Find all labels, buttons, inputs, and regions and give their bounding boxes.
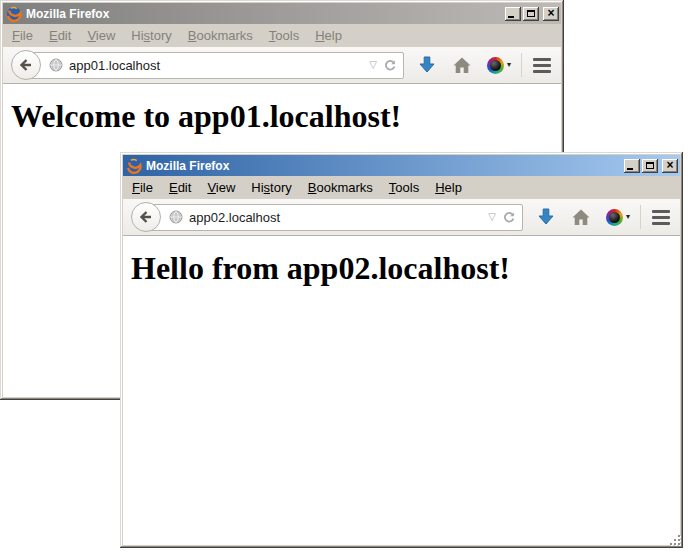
back-button[interactable] <box>11 50 41 80</box>
page-content-app02: Hello from app02.localhost! <box>123 236 680 545</box>
home-button[interactable] <box>452 56 472 74</box>
menu-tools[interactable]: Tools <box>261 26 307 45</box>
home-icon <box>571 208 591 226</box>
chevron-down-icon: ▾ <box>507 61 511 69</box>
menu-view[interactable]: View <box>199 178 243 197</box>
caption-buttons: × <box>624 159 678 173</box>
site-globe-icon <box>48 57 64 73</box>
urlbar-history-dropdown-icon[interactable]: ▽ <box>488 212 496 222</box>
maximize-icon <box>527 10 535 17</box>
menu-view[interactable]: View <box>79 26 123 45</box>
window-title: Mozilla Firefox <box>26 7 501 21</box>
colorzilla-extension-button[interactable]: ▾ <box>606 209 630 226</box>
urlbar-input[interactable]: app02.localhost <box>189 210 483 225</box>
menu-file[interactable]: File <box>124 178 161 197</box>
menu-history[interactable]: History <box>123 26 179 45</box>
maximize-button[interactable] <box>642 159 658 173</box>
page-heading: Welcome to app01.localhost! <box>11 98 553 135</box>
menubar: FileEditViewHistoryBookmarksToolsHelp <box>123 176 680 199</box>
download-arrow-icon <box>417 55 437 75</box>
minimize-icon <box>627 168 633 170</box>
page-heading: Hello from app02.localhost! <box>131 250 672 287</box>
menu-edit[interactable]: Edit <box>41 26 79 45</box>
firefox-icon <box>6 6 22 22</box>
colorzilla-extension-button[interactable]: ▾ <box>487 57 511 74</box>
maximize-icon <box>646 162 654 169</box>
resize-grip[interactable] <box>669 534 682 547</box>
reload-icon[interactable] <box>501 210 516 225</box>
back-arrow-icon <box>18 57 34 73</box>
hamburger-icon <box>652 210 670 213</box>
menu-edit[interactable]: Edit <box>161 178 199 197</box>
toolbar-separator <box>640 205 641 229</box>
minimize-button[interactable] <box>624 159 640 173</box>
firefox-icon <box>126 158 142 174</box>
navigation-toolbar: app02.localhost ▽ ▾ <box>123 199 680 236</box>
urlbar-input[interactable]: app01.localhost <box>69 58 364 73</box>
titlebar[interactable]: Mozilla Firefox × <box>123 155 680 176</box>
chevron-down-icon: ▾ <box>626 213 630 221</box>
download-arrow-icon <box>536 207 556 227</box>
back-arrow-icon <box>138 209 154 225</box>
menu-button[interactable] <box>648 208 674 227</box>
navigation-toolbar: app01.localhost ▽ ▾ <box>3 47 561 84</box>
menubar: FileEditViewHistoryBookmarksToolsHelp <box>3 24 561 47</box>
window-title: Mozilla Firefox <box>146 159 620 173</box>
menu-button[interactable] <box>529 56 555 75</box>
urlbar-history-dropdown-icon[interactable]: ▽ <box>369 60 377 70</box>
titlebar[interactable]: Mozilla Firefox × <box>3 3 561 24</box>
home-button[interactable] <box>571 208 591 226</box>
close-button[interactable]: × <box>662 159 678 173</box>
maximize-button[interactable] <box>523 7 539 21</box>
menu-help[interactable]: Help <box>427 178 470 197</box>
back-button[interactable] <box>131 202 161 232</box>
minimize-button[interactable] <box>505 7 521 21</box>
menu-tools[interactable]: Tools <box>381 178 427 197</box>
home-icon <box>452 56 472 74</box>
menu-help[interactable]: Help <box>307 26 350 45</box>
menu-history[interactable]: History <box>243 178 299 197</box>
menu-bookmarks[interactable]: Bookmarks <box>180 26 261 45</box>
desktop: { "desktop": { "background_color": "#fff… <box>0 0 688 551</box>
colorzilla-icon <box>606 209 623 226</box>
download-button[interactable] <box>417 55 437 75</box>
site-globe-icon <box>168 209 184 225</box>
close-icon: × <box>666 159 673 171</box>
hamburger-icon <box>533 58 551 61</box>
download-button[interactable] <box>536 207 556 227</box>
reload-icon[interactable] <box>382 58 397 73</box>
url-bar[interactable]: app02.localhost ▽ <box>145 204 523 231</box>
colorzilla-icon <box>487 57 504 74</box>
menu-file[interactable]: File <box>4 26 41 45</box>
menu-bookmarks[interactable]: Bookmarks <box>300 178 381 197</box>
close-button[interactable]: × <box>543 7 559 21</box>
caption-buttons: × <box>505 7 559 21</box>
toolbar-separator <box>521 53 522 77</box>
browser-window-app02: Mozilla Firefox × FileEditViewHistoryBoo… <box>120 152 683 548</box>
url-bar[interactable]: app01.localhost ▽ <box>25 52 404 79</box>
close-icon: × <box>547 7 554 19</box>
minimize-icon <box>508 16 514 18</box>
